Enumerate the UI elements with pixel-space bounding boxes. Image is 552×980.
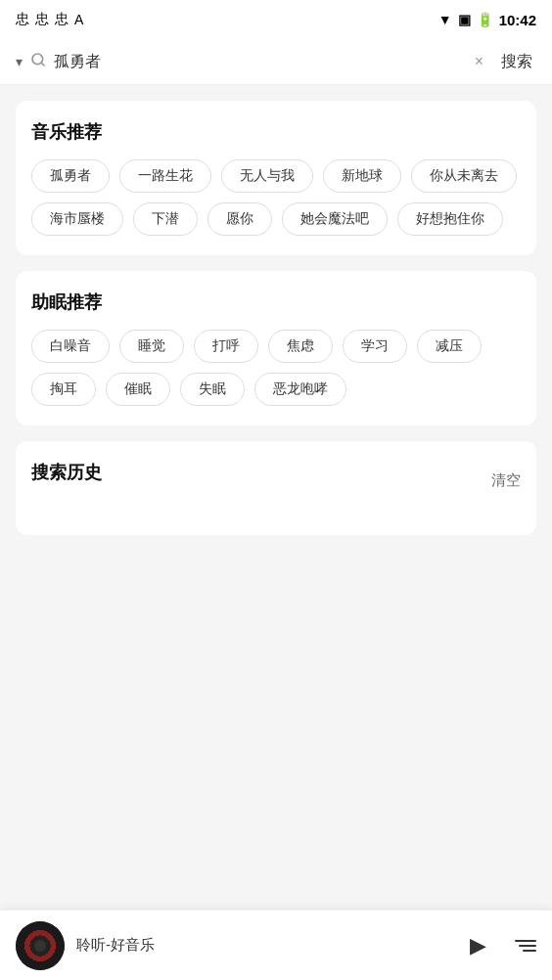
search-history-section: 搜索历史 清空 — [16, 441, 536, 535]
svg-line-1 — [41, 63, 44, 66]
bottom-player: 聆听-好音乐 ▶ — [0, 910, 552, 980]
battery-icon: 🔋 — [477, 12, 493, 27]
sleep-section-title: 助眠推荐 — [31, 290, 521, 314]
history-header: 搜索历史 清空 — [31, 461, 521, 500]
dropdown-arrow-icon[interactable]: ▾ — [16, 54, 23, 69]
sleep-recommendation-section: 助眠推荐 白噪音 睡觉 打呼 焦虑 学习 减压 掏耳 催眠 失眠 恶龙咆哮 — [16, 271, 536, 425]
playlist-line-1 — [515, 940, 536, 942]
search-icon — [30, 52, 46, 71]
notification-icon-2: 忠 — [35, 11, 49, 28]
music-recommendation-section: 音乐推荐 孤勇者 一路生花 无人与我 新地球 你从未离去 海市蜃楼 下潜 愿你 … — [16, 101, 536, 255]
music-tag-mofa[interactable]: 她会魔法吧 — [282, 202, 388, 236]
status-right-group: ▼ ▣ 🔋 10:42 — [438, 12, 536, 28]
player-controls: ▶ — [460, 928, 536, 963]
clear-search-button[interactable]: × — [469, 51, 489, 72]
notification-icon-3: 忠 — [55, 11, 69, 28]
music-tag-xindiqiu[interactable]: 新地球 — [323, 159, 401, 193]
main-content: 音乐推荐 孤勇者 一路生花 无人与我 新地球 你从未离去 海市蜃楼 下潜 愿你 … — [0, 85, 552, 900]
sleep-tag-shuijiao[interactable]: 睡觉 — [119, 330, 184, 363]
sleep-tag-jiaolv[interactable]: 焦虑 — [268, 330, 333, 363]
sleep-tags-container: 白噪音 睡觉 打呼 焦虑 学习 减压 掏耳 催眠 失眠 恶龙咆哮 — [31, 330, 521, 406]
status-icons: 忠 忠 忠 A — [16, 11, 83, 28]
music-tag-wurenyuwo[interactable]: 无人与我 — [221, 159, 313, 193]
sleep-tag-elongpaoxiao[interactable]: 恶龙咆哮 — [254, 373, 346, 406]
status-bar: 忠 忠 忠 A ▼ ▣ 🔋 10:42 — [0, 0, 552, 39]
sleep-tag-xuexi[interactable]: 学习 — [343, 330, 407, 363]
history-section-title: 搜索历史 — [31, 461, 102, 484]
playlist-line-3 — [523, 950, 536, 952]
time-display: 10:42 — [499, 12, 536, 28]
sleep-tag-cuimian[interactable]: 催眠 — [106, 373, 170, 406]
signal-icon: ▣ — [458, 12, 471, 27]
album-art[interactable] — [16, 921, 65, 970]
music-section-title: 音乐推荐 — [31, 120, 521, 144]
sleep-tag-shimian[interactable]: 失眠 — [180, 373, 245, 406]
search-button[interactable]: 搜索 — [497, 52, 536, 72]
a-icon: A — [74, 12, 83, 27]
clear-history-button[interactable]: 清空 — [491, 471, 521, 490]
sleep-tag-jianya[interactable]: 减压 — [417, 330, 482, 363]
music-tag-haishilou[interactable]: 海市蜃楼 — [31, 202, 123, 236]
music-tag-nicongweiliqv[interactable]: 你从未离去 — [411, 159, 517, 193]
music-tags-container: 孤勇者 一路生花 无人与我 新地球 你从未离去 海市蜃楼 下潜 愿你 她会魔法吧… — [31, 159, 521, 236]
sleep-tag-baizoayin[interactable]: 白噪音 — [31, 330, 110, 363]
music-tag-baozhuni[interactable]: 好想抱住你 — [397, 202, 503, 236]
search-bar: ▾ × 搜索 — [0, 39, 552, 85]
player-title: 聆听-好音乐 — [76, 936, 448, 955]
sleep-tag-taoer[interactable]: 掏耳 — [31, 373, 96, 406]
music-tag-guyongzhe[interactable]: 孤勇者 — [31, 159, 110, 193]
play-button[interactable]: ▶ — [460, 928, 495, 963]
search-input[interactable] — [54, 53, 461, 70]
music-tag-yilushenghua[interactable]: 一路生花 — [119, 159, 211, 193]
music-tag-xiaqian[interactable]: 下潜 — [133, 202, 198, 236]
music-tag-yuanni[interactable]: 愿你 — [207, 202, 272, 236]
playlist-button[interactable] — [515, 940, 536, 952]
notification-icon-1: 忠 — [16, 11, 29, 28]
sleep-tag-dahe[interactable]: 打呼 — [194, 330, 258, 363]
playlist-line-2 — [519, 945, 536, 947]
wifi-icon: ▼ — [438, 12, 452, 27]
